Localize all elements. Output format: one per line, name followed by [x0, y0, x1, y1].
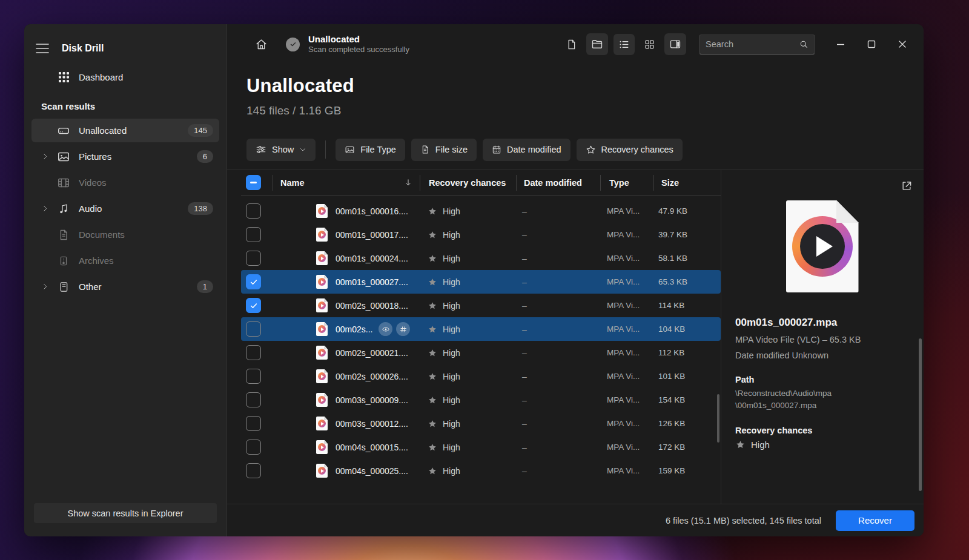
table-row[interactable]: 00m04s_000025.... High – MPA Vi... 159 K…: [241, 459, 721, 483]
table-row[interactable]: 00m02s... High – MPA Vi... 104 KB: [241, 317, 721, 341]
file-name: 00m02s_000021....: [336, 348, 408, 358]
row-checkbox[interactable]: [246, 463, 261, 478]
row-checkbox[interactable]: [246, 274, 261, 289]
filter-chip-recovery-chances[interactable]: Recovery chances: [577, 139, 683, 161]
media-file-icon: [316, 464, 328, 478]
preview-recovery-label: Recovery chances: [735, 426, 909, 435]
sidebar-item-audio[interactable]: Audio 138: [31, 197, 219, 220]
row-checkbox[interactable]: [246, 345, 261, 360]
select-all-checkbox[interactable]: [246, 175, 261, 190]
recovery-chance-value: High: [443, 230, 460, 240]
table-row[interactable]: 00m01s_000016.... High – MPA Vi... 47.9 …: [241, 199, 721, 223]
filter-chip-file-type[interactable]: File Type: [336, 139, 405, 161]
row-checkbox[interactable]: [246, 321, 261, 337]
column-header-date-modified[interactable]: Date modified: [517, 178, 600, 188]
preview-scrollbar-thumb[interactable]: [919, 338, 922, 491]
folder-icon: [591, 38, 603, 50]
row-checkbox[interactable]: [246, 440, 261, 455]
grid-view-icon: [644, 39, 655, 50]
column-header-name[interactable]: Name: [280, 178, 305, 188]
search-input[interactable]: [706, 39, 799, 49]
table-header-row: Name Recovery chances Date modified Type…: [241, 170, 721, 196]
sidebar-item-unallocated[interactable]: Unallocated 145: [31, 119, 219, 142]
sidebar-item-documents[interactable]: Documents: [31, 223, 219, 246]
preview-file-meta: MPA Video File (VLC) – 65.3 KB: [735, 335, 909, 344]
recover-button[interactable]: Recover: [836, 510, 914, 531]
file-size-value: 112 KB: [651, 348, 721, 357]
list-view-icon: [618, 39, 630, 50]
search-box: [699, 35, 815, 54]
open-folder-button[interactable]: [586, 33, 608, 55]
maximize-button[interactable]: [859, 35, 884, 53]
app-title: Disk Drill: [62, 43, 104, 54]
table-row[interactable]: 00m02s_000026.... High – MPA Vi... 101 K…: [241, 364, 721, 388]
table-row[interactable]: 00m03s_000012.... High – MPA Vi... 126 K…: [241, 412, 721, 435]
show-scan-results-in-explorer-button[interactable]: Show scan results in Explorer: [34, 503, 217, 523]
row-checkbox[interactable]: [246, 298, 261, 313]
scan-results-section-title: Scan results: [41, 101, 227, 111]
minimize-button[interactable]: [828, 35, 853, 53]
recovery-chance-value: High: [443, 466, 460, 476]
sidebar-item-videos[interactable]: Videos: [31, 171, 219, 194]
column-header-size[interactable]: Size: [654, 178, 721, 188]
preview-eye-icon[interactable]: [379, 322, 392, 336]
preview-panel-toggle-button[interactable]: [664, 33, 686, 55]
file-name: 00m01s_000024....: [336, 254, 408, 263]
media-file-icon: [316, 440, 328, 454]
star-icon: [428, 301, 437, 311]
filter-chip-label: File Type: [360, 145, 396, 154]
row-checkbox[interactable]: [246, 227, 261, 242]
media-file-icon: [316, 346, 328, 360]
file-type-value: MPA Vi...: [598, 277, 651, 286]
table-row[interactable]: 00m01s_000017.... High – MPA Vi... 39.7 …: [241, 223, 721, 246]
hex-view-hash-icon[interactable]: [396, 322, 410, 336]
column-header-recovery-chances[interactable]: Recovery chances: [420, 178, 516, 188]
maximize-icon: [867, 40, 876, 48]
titlebar-subtitle: Scan completed successfully: [308, 45, 409, 54]
grid-view-button[interactable]: [640, 35, 659, 54]
sidebar-item-pictures[interactable]: Pictures 6: [31, 145, 219, 168]
sidebar-item-label: Pictures: [79, 151, 197, 162]
recovery-chance-value: High: [443, 301, 460, 311]
page-summary: 145 files / 1.16 GB: [246, 104, 924, 117]
chevron-right-icon[interactable]: [41, 283, 50, 291]
column-header-type[interactable]: Type: [601, 178, 653, 188]
chevron-right-icon[interactable]: [41, 153, 50, 160]
row-checkbox[interactable]: [246, 251, 261, 266]
row-checkbox[interactable]: [246, 203, 261, 219]
table-row[interactable]: 00m01s_000027.... High – MPA Vi... 65.3 …: [241, 270, 721, 294]
filter-chip-file-size[interactable]: File size: [411, 139, 477, 161]
list-view-button[interactable]: [613, 34, 635, 55]
date-modified-value: –: [515, 372, 598, 381]
close-button[interactable]: [890, 35, 915, 53]
table-row[interactable]: 00m03s_000009.... High – MPA Vi... 154 K…: [241, 388, 721, 412]
open-preview-external-button[interactable]: [899, 179, 914, 193]
sidebar-item-label: Archives: [79, 255, 213, 266]
file-name: 00m02s...: [336, 324, 372, 334]
table-row[interactable]: 00m04s_000015.... High – MPA Vi... 172 K…: [241, 435, 721, 459]
hamburger-menu-button[interactable]: [35, 39, 56, 58]
table-row[interactable]: 00m01s_000024.... High – MPA Vi... 58.1 …: [241, 246, 721, 270]
table-row[interactable]: 00m02s_000021.... High – MPA Vi... 112 K…: [241, 341, 721, 364]
table-scrollbar-thumb[interactable]: [717, 394, 719, 443]
sidebar-item-dashboard[interactable]: Dashboard: [31, 65, 219, 89]
count-badge: 138: [188, 202, 213, 215]
sidebar-item-archives[interactable]: Archives: [31, 249, 219, 272]
file-size-value: 101 KB: [651, 372, 721, 381]
filter-chip-label: Date modified: [507, 145, 561, 154]
show-dropdown-button[interactable]: Show: [246, 139, 316, 161]
file-icon: [57, 281, 70, 293]
star-icon: [428, 254, 437, 263]
row-checkbox[interactable]: [246, 392, 261, 407]
filter-chip-date-modified[interactable]: Date modified: [483, 139, 570, 161]
chevron-right-icon[interactable]: [41, 205, 50, 212]
row-checkbox[interactable]: [246, 369, 261, 384]
media-file-icon: [316, 298, 328, 312]
new-session-button[interactable]: [562, 35, 581, 54]
media-file-icon: [316, 275, 328, 289]
row-checkbox[interactable]: [246, 416, 261, 431]
sort-descending-icon[interactable]: [404, 178, 412, 187]
home-button[interactable]: [251, 35, 271, 54]
sidebar-item-other[interactable]: Other 1: [31, 275, 219, 298]
table-row[interactable]: 00m02s_000018.... High – MPA Vi... 114 K…: [241, 294, 721, 317]
